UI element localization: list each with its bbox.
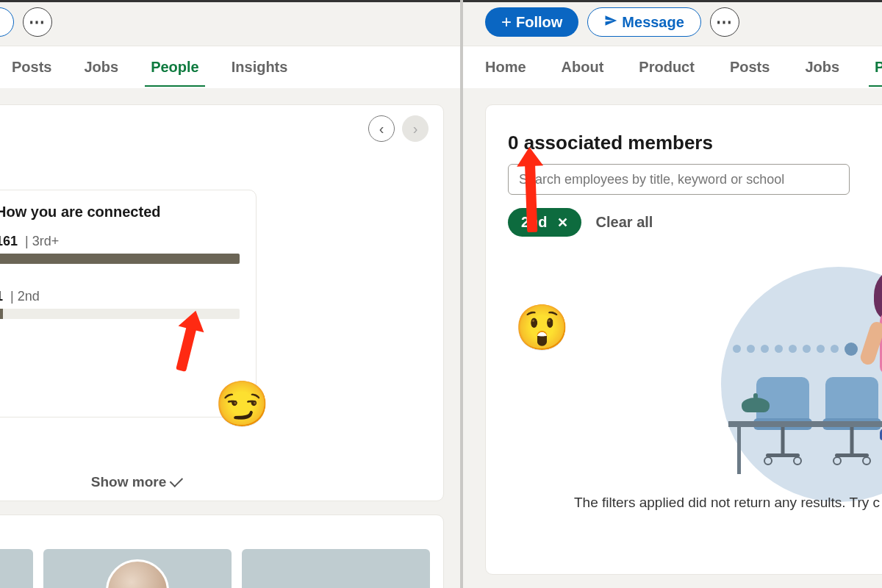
tab-home[interactable]: Home	[484, 49, 528, 86]
more-button[interactable]: ⋯	[710, 7, 739, 37]
clear-all-button[interactable]: Clear all	[596, 214, 653, 231]
follow-button[interactable]: + Follow	[485, 7, 578, 37]
tab-insights[interactable]: Insights	[230, 49, 290, 86]
tab-posts[interactable]: Posts	[728, 49, 771, 86]
tab-jobs[interactable]: Jobs	[82, 49, 120, 86]
tab-jobs[interactable]: Jobs	[803, 49, 841, 86]
annotation-emoji-smirk: 😏	[215, 382, 270, 426]
send-icon	[604, 14, 617, 31]
plus-icon: +	[501, 12, 512, 32]
more-icon: ⋯	[29, 12, 46, 32]
people-you-may-know-card	[0, 514, 444, 588]
person-tile[interactable]	[242, 549, 430, 588]
message-button-partial[interactable]: ge	[0, 7, 14, 37]
carousel-prev-button[interactable]: ‹	[368, 115, 395, 142]
annotation-emoji-astonished: 😲	[514, 306, 570, 350]
connection-row: 161 | 3rd+	[0, 234, 240, 264]
filter-chip-2nd[interactable]: 2nd ✕	[508, 208, 581, 237]
members-card: associated members ‹ › d or school + Add	[0, 104, 444, 501]
person-tile[interactable]	[0, 549, 33, 588]
empty-state-illustration	[699, 274, 882, 495]
person-tile[interactable]	[43, 549, 232, 588]
tab-product[interactable]: Product	[637, 49, 696, 86]
carousel-next-button: ›	[402, 115, 429, 142]
tab-people[interactable]: People	[873, 49, 882, 86]
avatar	[106, 559, 169, 588]
connection-row-label: 161 | 3rd+	[0, 234, 240, 249]
empty-state-message: The filters applied did not return any r…	[574, 495, 880, 511]
more-button[interactable]: ⋯	[23, 7, 52, 37]
more-icon: ⋯	[716, 12, 734, 32]
tab-people[interactable]: People	[149, 49, 201, 86]
chevron-down-icon	[170, 474, 183, 487]
message-label: Message	[622, 14, 684, 31]
connection-row-label: 1 | 2nd	[0, 289, 240, 304]
show-more-label: Show more	[91, 474, 166, 490]
show-more-button[interactable]: Show more	[0, 474, 443, 490]
message-button[interactable]: Message	[587, 7, 701, 37]
follow-label: Follow	[516, 14, 562, 31]
close-icon[interactable]: ✕	[555, 215, 571, 231]
connections-card-title: How you are connected	[0, 204, 240, 220]
tab-posts[interactable]: Posts	[10, 49, 53, 86]
tab-about[interactable]: About	[560, 49, 606, 86]
employee-search-input[interactable]	[508, 164, 850, 195]
